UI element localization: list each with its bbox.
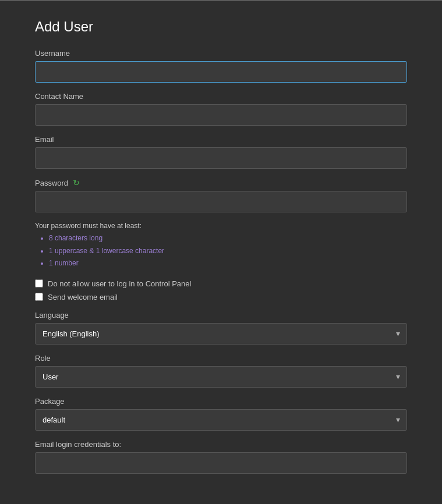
role-select-wrapper: User Admin Moderator: [35, 366, 407, 388]
password-label: Password: [35, 179, 68, 187]
username-group: Username: [35, 49, 407, 83]
email-label: Email: [35, 135, 407, 144]
package-select-wrapper: default basic premium: [35, 409, 407, 431]
language-group: Language English (English) Spanish (Espa…: [35, 311, 407, 345]
package-label: Package: [35, 397, 407, 406]
role-label: Role: [35, 354, 407, 363]
password-rules-list: 8 characters long 1 uppercase & 1 lowerc…: [35, 232, 407, 270]
password-group: Password ↻: [35, 178, 407, 212]
page-container: Add User Username Contact Name Email Pas…: [0, 0, 442, 504]
language-select[interactable]: English (English) Spanish (Español) Fren…: [35, 323, 407, 345]
password-input[interactable]: [35, 191, 407, 212]
password-rule-1: 8 characters long: [49, 232, 407, 245]
password-rule-3: 1 number: [49, 257, 407, 270]
no-login-label: Do not allow user to log in to Control P…: [48, 279, 191, 288]
password-hint: Your password must have at least:: [35, 222, 407, 230]
email-credentials-group: Email login credentials to:: [35, 440, 407, 474]
username-label: Username: [35, 49, 407, 58]
role-group: Role User Admin Moderator: [35, 354, 407, 388]
welcome-email-checkbox[interactable]: [35, 293, 43, 301]
package-select[interactable]: default basic premium: [35, 409, 407, 431]
email-group: Email: [35, 135, 407, 169]
checkbox-group: Do not allow user to log in to Control P…: [35, 279, 407, 301]
password-rule-2: 1 uppercase & 1 lowercase character: [49, 245, 407, 258]
welcome-email-label: Send welcome email: [48, 293, 118, 301]
refresh-icon[interactable]: ↻: [73, 178, 80, 187]
package-group: Package default basic premium: [35, 397, 407, 431]
welcome-email-checkbox-item[interactable]: Send welcome email: [35, 293, 407, 301]
password-label-row: Password ↻: [35, 178, 407, 187]
language-select-wrapper: English (English) Spanish (Español) Fren…: [35, 323, 407, 345]
page-title: Add User: [35, 19, 407, 35]
no-login-checkbox[interactable]: [35, 279, 43, 288]
role-select[interactable]: User Admin Moderator: [35, 366, 407, 388]
email-credentials-input[interactable]: [35, 452, 407, 474]
username-input[interactable]: [35, 61, 407, 83]
contact-name-input[interactable]: [35, 104, 407, 126]
email-credentials-label: Email login credentials to:: [35, 440, 407, 449]
password-rules-container: Your password must have at least: 8 char…: [35, 222, 407, 270]
language-label: Language: [35, 311, 407, 320]
contact-name-group: Contact Name: [35, 92, 407, 126]
email-input[interactable]: [35, 147, 407, 169]
contact-name-label: Contact Name: [35, 92, 407, 101]
no-login-checkbox-item[interactable]: Do not allow user to log in to Control P…: [35, 279, 407, 288]
